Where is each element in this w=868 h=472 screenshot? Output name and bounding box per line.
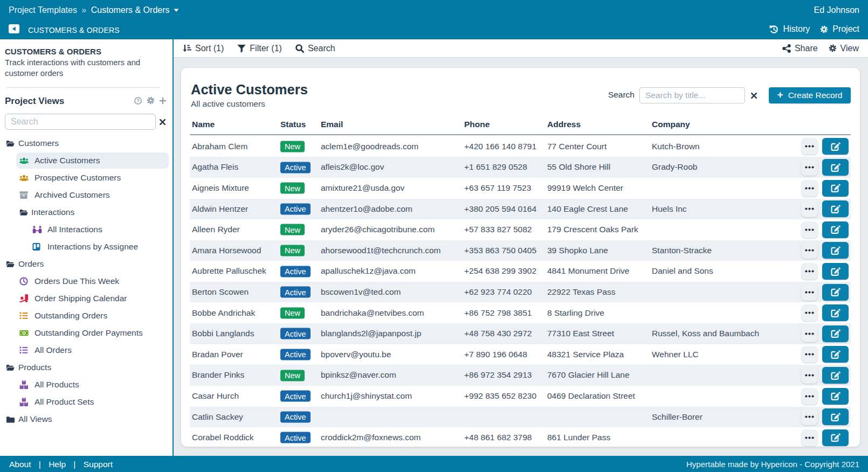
svg-text:?: ? — [136, 98, 139, 103]
